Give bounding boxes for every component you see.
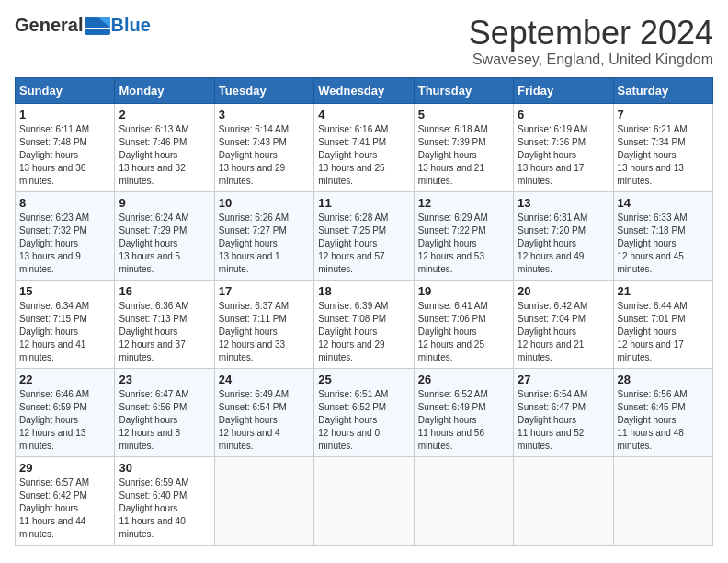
calendar-cell: 20 Sunrise: 6:42 AMSunset: 7:04 PMDaylig… <box>514 280 613 368</box>
day-number: 26 <box>418 373 509 386</box>
calendar-cell: 19 Sunrise: 6:41 AMSunset: 7:06 PMDaylig… <box>414 280 513 368</box>
logo-blue: Blue <box>110 15 150 36</box>
day-info: Sunrise: 6:28 AMSunset: 7:25 PMDaylight … <box>318 213 388 274</box>
calendar-cell: 28 Sunrise: 6:56 AMSunset: 6:45 PMDaylig… <box>613 368 712 456</box>
calendar-week-row: 22 Sunrise: 6:46 AMSunset: 6:59 PMDaylig… <box>16 368 713 456</box>
calendar-cell: 8 Sunrise: 6:23 AMSunset: 7:32 PMDayligh… <box>16 191 115 280</box>
day-info: Sunrise: 6:24 AMSunset: 7:29 PMDaylight … <box>119 213 188 274</box>
calendar-cell: 27 Sunrise: 6:54 AMSunset: 6:47 PMDaylig… <box>514 368 613 456</box>
day-number: 29 <box>19 461 110 475</box>
day-number: 13 <box>518 196 609 210</box>
day-number: 22 <box>19 373 110 386</box>
calendar-table: SundayMondayTuesdayWednesdayThursdayFrid… <box>15 77 713 546</box>
calendar-cell: 4 Sunrise: 6:16 AMSunset: 7:41 PMDayligh… <box>314 103 414 191</box>
day-info: Sunrise: 6:13 AMSunset: 7:46 PMDaylight … <box>119 124 188 186</box>
calendar-week-row: 15 Sunrise: 6:34 AMSunset: 7:15 PMDaylig… <box>16 280 713 368</box>
calendar-cell: 6 Sunrise: 6:19 AMSunset: 7:36 PMDayligh… <box>514 103 613 191</box>
calendar-cell: 1 Sunrise: 6:11 AMSunset: 7:48 PMDayligh… <box>16 103 115 191</box>
page-header: General Blue September 2024 Swavesey, En… <box>15 15 713 68</box>
calendar-header-tuesday: Tuesday <box>214 77 313 103</box>
day-number: 19 <box>418 284 509 298</box>
day-info: Sunrise: 6:16 AMSunset: 7:41 PMDaylight … <box>318 124 388 186</box>
day-number: 16 <box>119 284 210 298</box>
day-info: Sunrise: 6:34 AMSunset: 7:15 PMDaylight … <box>19 301 89 362</box>
day-info: Sunrise: 6:19 AMSunset: 7:36 PMDaylight … <box>518 124 587 186</box>
calendar-cell: 7 Sunrise: 6:21 AMSunset: 7:34 PMDayligh… <box>613 103 712 191</box>
calendar-cell: 10 Sunrise: 6:26 AMSunset: 7:27 PMDaylig… <box>214 191 313 280</box>
day-info: Sunrise: 6:47 AMSunset: 6:56 PMDaylight … <box>119 389 188 451</box>
day-info: Sunrise: 6:21 AMSunset: 7:34 PMDaylight … <box>618 124 688 186</box>
day-number: 12 <box>418 196 509 210</box>
day-number: 3 <box>219 108 310 121</box>
day-info: Sunrise: 6:41 AMSunset: 7:06 PMDaylight … <box>418 301 488 362</box>
day-number: 6 <box>518 108 609 121</box>
day-number: 2 <box>119 108 210 121</box>
day-info: Sunrise: 6:44 AMSunset: 7:01 PMDaylight … <box>618 301 688 362</box>
day-info: Sunrise: 6:29 AMSunset: 7:22 PMDaylight … <box>418 213 488 274</box>
title-block: September 2024 Swavesey, England, United… <box>469 15 713 68</box>
calendar-cell <box>613 456 712 545</box>
svg-rect-2 <box>85 29 110 35</box>
calendar-cell: 30 Sunrise: 6:59 AMSunset: 6:40 PMDaylig… <box>115 456 214 545</box>
day-number: 8 <box>19 196 110 210</box>
calendar-cell: 22 Sunrise: 6:46 AMSunset: 6:59 PMDaylig… <box>16 368 115 456</box>
day-info: Sunrise: 6:37 AMSunset: 7:11 PMDaylight … <box>219 301 289 362</box>
calendar-cell <box>314 456 414 545</box>
calendar-cell: 29 Sunrise: 6:57 AMSunset: 6:42 PMDaylig… <box>16 456 115 545</box>
calendar-week-row: 29 Sunrise: 6:57 AMSunset: 6:42 PMDaylig… <box>16 456 713 545</box>
calendar-cell: 12 Sunrise: 6:29 AMSunset: 7:22 PMDaylig… <box>414 191 513 280</box>
calendar-header-thursday: Thursday <box>414 77 513 103</box>
calendar-cell: 25 Sunrise: 6:51 AMSunset: 6:52 PMDaylig… <box>314 368 414 456</box>
day-number: 14 <box>618 196 709 210</box>
calendar-cell: 18 Sunrise: 6:39 AMSunset: 7:08 PMDaylig… <box>314 280 414 368</box>
calendar-header-row: SundayMondayTuesdayWednesdayThursdayFrid… <box>16 77 713 103</box>
day-number: 20 <box>518 284 609 298</box>
calendar-cell: 11 Sunrise: 6:28 AMSunset: 7:25 PMDaylig… <box>314 191 414 280</box>
location: Swavesey, England, United Kingdom <box>469 52 713 68</box>
day-info: Sunrise: 6:46 AMSunset: 6:59 PMDaylight … <box>19 389 89 451</box>
calendar-cell: 9 Sunrise: 6:24 AMSunset: 7:29 PMDayligh… <box>115 191 214 280</box>
logo: General Blue <box>15 15 151 36</box>
calendar-cell: 26 Sunrise: 6:52 AMSunset: 6:49 PMDaylig… <box>414 368 513 456</box>
calendar-cell <box>214 456 313 545</box>
day-number: 7 <box>618 108 709 121</box>
day-info: Sunrise: 6:14 AMSunset: 7:43 PMDaylight … <box>219 124 289 186</box>
calendar-header-saturday: Saturday <box>613 77 712 103</box>
day-number: 10 <box>219 196 310 210</box>
day-number: 21 <box>618 284 709 298</box>
day-info: Sunrise: 6:59 AMSunset: 6:40 PMDaylight … <box>119 477 188 539</box>
calendar-cell: 14 Sunrise: 6:33 AMSunset: 7:18 PMDaylig… <box>613 191 712 280</box>
calendar-header-friday: Friday <box>514 77 613 103</box>
month-title: September 2024 <box>469 15 713 52</box>
day-info: Sunrise: 6:52 AMSunset: 6:49 PMDaylight … <box>418 389 488 451</box>
day-number: 24 <box>219 373 310 386</box>
calendar-cell <box>414 456 513 545</box>
day-info: Sunrise: 6:36 AMSunset: 7:13 PMDaylight … <box>119 301 188 362</box>
calendar-cell: 16 Sunrise: 6:36 AMSunset: 7:13 PMDaylig… <box>115 280 214 368</box>
day-number: 18 <box>318 284 409 298</box>
calendar-header-monday: Monday <box>115 77 214 103</box>
day-number: 11 <box>318 196 409 210</box>
day-info: Sunrise: 6:31 AMSunset: 7:20 PMDaylight … <box>518 213 587 274</box>
calendar-week-row: 1 Sunrise: 6:11 AMSunset: 7:48 PMDayligh… <box>16 103 713 191</box>
day-info: Sunrise: 6:42 AMSunset: 7:04 PMDaylight … <box>518 301 587 362</box>
calendar-header-sunday: Sunday <box>16 77 115 103</box>
logo-icon <box>85 17 110 35</box>
calendar-cell: 13 Sunrise: 6:31 AMSunset: 7:20 PMDaylig… <box>514 191 613 280</box>
day-info: Sunrise: 6:11 AMSunset: 7:48 PMDaylight … <box>19 124 89 186</box>
day-number: 9 <box>119 196 210 210</box>
day-info: Sunrise: 6:54 AMSunset: 6:47 PMDaylight … <box>518 389 587 451</box>
day-info: Sunrise: 6:49 AMSunset: 6:54 PMDaylight … <box>219 389 289 451</box>
logo-general: General <box>15 15 83 36</box>
day-info: Sunrise: 6:33 AMSunset: 7:18 PMDaylight … <box>618 213 688 274</box>
day-info: Sunrise: 6:18 AMSunset: 7:39 PMDaylight … <box>418 124 488 186</box>
day-info: Sunrise: 6:51 AMSunset: 6:52 PMDaylight … <box>318 389 388 451</box>
calendar-cell: 17 Sunrise: 6:37 AMSunset: 7:11 PMDaylig… <box>214 280 313 368</box>
day-number: 30 <box>119 461 210 475</box>
day-info: Sunrise: 6:23 AMSunset: 7:32 PMDaylight … <box>19 213 89 274</box>
day-info: Sunrise: 6:26 AMSunset: 7:27 PMDaylight … <box>219 213 289 274</box>
day-info: Sunrise: 6:39 AMSunset: 7:08 PMDaylight … <box>318 301 388 362</box>
day-number: 5 <box>418 108 509 121</box>
calendar-cell: 15 Sunrise: 6:34 AMSunset: 7:15 PMDaylig… <box>16 280 115 368</box>
calendar-cell <box>514 456 613 545</box>
